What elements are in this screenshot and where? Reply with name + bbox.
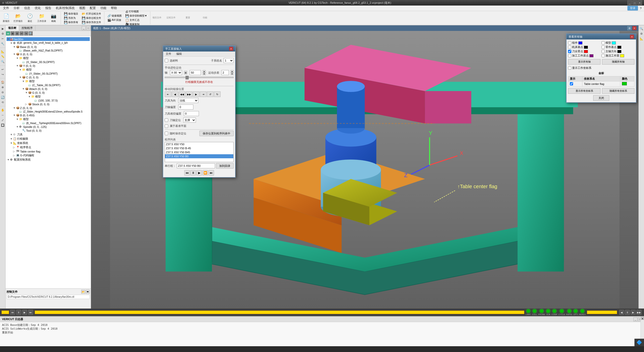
program-entry-3[interactable]: Z37.5 X50 Y50 B0 (165, 154, 233, 158)
menu-report[interactable]: 报告 (43, 6, 53, 11)
secondary-progress-bar[interactable] (587, 311, 617, 314)
login-button[interactable]: 登录 (627, 6, 638, 11)
play-button[interactable]: ▶ (22, 310, 27, 315)
save-process-as-button[interactable]: 💾 保存另存文件 (81, 20, 102, 24)
axes-close-button[interactable]: × (630, 35, 634, 39)
hide-all-axes-button[interactable]: 随藏所有轴 (602, 59, 634, 65)
tree-node-x[interactable]: ▼ 📦 X (0, 0, 0) (7, 52, 90, 56)
tree-node-g[interactable]: ▼ 📦 G (0, 0, 0) (7, 91, 90, 94)
expand-icon[interactable]: ▼ (7, 38, 10, 40)
tree-node-root[interactable]: ▼ 🏭 fan30m (7, 37, 90, 41)
tab-project-tree[interactable]: 项目树 (6, 25, 19, 31)
control-file-btn2[interactable]: ✏ (86, 290, 90, 294)
hide-all-coord-button[interactable]: 随藏所有坐标系 (602, 88, 634, 94)
distance-down[interactable]: ▼ (203, 73, 206, 75)
sidebar-icon-16[interactable]: ↔ (1, 113, 5, 117)
panel-minimize-button[interactable]: _ (82, 26, 86, 30)
save-process-button[interactable]: 💾 保存过程文件 (81, 16, 102, 20)
sidebar-icon-1[interactable]: ▶ (1, 26, 5, 31)
file-summary-button[interactable]: 📋 文件汇总 (124, 18, 148, 22)
tree-node-gcode[interactable]: ▷ 💻 G-代码编程 (7, 153, 90, 158)
menu-file[interactable]: 文件 (1, 6, 11, 11)
cb-machine-base[interactable] (568, 45, 571, 49)
tree-node-coord[interactable]: ▼ 📐 坐标系统 (7, 141, 90, 145)
right-icon-2[interactable]: ⚙ (639, 31, 644, 36)
tool-dir-select[interactable]: 法线 (178, 98, 198, 103)
tree-node-attach[interactable]: ▼ 📦 Attach (0, 0, 0) (7, 87, 90, 91)
menu-optimize[interactable]: 优化 (33, 6, 43, 11)
right-btn-3[interactable]: ▶ (631, 310, 636, 315)
tree-icon-4[interactable]: ↩ (20, 31, 24, 35)
nav-last[interactable]: ⏭ (208, 170, 214, 176)
tree-node-base-sldprt[interactable]: ▷ 🗂 (Base_with_X&Z_Rail.SLDPRT) (7, 49, 90, 52)
right-btn-4[interactable]: ▶▶ (636, 310, 641, 315)
steps-up[interactable]: ▲ (231, 70, 234, 73)
play-pause-button[interactable]: ⏸ (16, 310, 21, 315)
tree-node-prog-zero[interactable]: ▷ 📍 程序零点 (7, 145, 90, 149)
axis-btn-2[interactable]: ◀ (172, 91, 178, 97)
tab-control-program[interactable]: 控制程序 (19, 25, 35, 31)
tree-node-b-head[interactable]: ▷ 🗂 (B_Head__TipHeight300Extend300mm.SLD… (7, 121, 90, 125)
tree-node-cutters[interactable]: ▼ ⚙ 刀具 (7, 132, 90, 137)
load-material-checkbox[interactable] (165, 59, 168, 62)
tree-node-x-slider[interactable]: ▷ 🗂 (X_Slider_00.SLDPRT) (7, 60, 90, 64)
sidebar-icon-17[interactable]: ⤢ (1, 118, 5, 122)
open-process-button[interactable]: 📂 打开过程文件 (81, 12, 102, 16)
tree-node-z[interactable]: ▼ 📦 Z (0, 0, 0) (7, 106, 90, 110)
menu-machine[interactable]: 机床/控制系统 (54, 6, 77, 11)
cb-component[interactable] (568, 41, 571, 44)
close-button[interactable]: × (637, 1, 642, 5)
right-icon-3[interactable]: 📐 (639, 36, 644, 41)
sidebar-icon-6[interactable]: 📏 (1, 54, 5, 59)
tree-node-y-slider[interactable]: ▷ 🗂 (Y_Slider_00.SLDPRT) (7, 72, 90, 75)
cb-wcs[interactable] (568, 54, 571, 57)
viewport-close-icon[interactable]: × (632, 26, 636, 30)
panel-maximize-button[interactable]: □ (86, 26, 90, 30)
play-first-button[interactable]: ⏮ (10, 310, 15, 315)
distance-input[interactable] (190, 70, 201, 75)
avi-button[interactable]: 🎬 AVI 回放 (106, 18, 123, 22)
tree-node-c[interactable]: ▼ 📦 C (0, 0, 0) (7, 75, 90, 79)
tree-node-processes[interactable]: ▼ 📋 行程极限 (7, 137, 90, 141)
axis-btn-1[interactable]: ⇤ (165, 91, 171, 97)
cb-work-coord[interactable] (568, 66, 571, 70)
tree-node-c-table[interactable]: ▷ 🗂 (C_Table_00.SLDPRT) (7, 83, 90, 87)
connect-view-button[interactable]: 🔗 链接视图 (106, 14, 123, 18)
save-all-button[interactable]: 💾 保存所有 (63, 20, 79, 24)
tree-icon-1[interactable]: ⊕ (6, 31, 10, 35)
tree-node-model-x[interactable]: ▼ 📁 模型 (7, 56, 90, 60)
steps-input[interactable] (221, 70, 229, 75)
axis-btn-8[interactable]: ↻ (214, 91, 221, 97)
minimize-button[interactable]: _ (627, 1, 632, 5)
tree-icon-6[interactable]: 🔍 (29, 31, 33, 35)
single-program-input[interactable] (177, 163, 215, 168)
print-view-button[interactable]: 🖨 打印视图 (124, 10, 148, 14)
axis-btn-6[interactable]: ⇥ (200, 91, 206, 97)
axis-btn-7[interactable]: ↺ (207, 91, 213, 97)
axis-btn-4[interactable]: ▶▶ (186, 91, 192, 97)
show-all-coord-button[interactable]: 显示所有坐标系 (568, 88, 600, 94)
cb-active-work[interactable] (602, 54, 605, 57)
sidebar-icon-11[interactable]: ⊕ (1, 85, 5, 89)
distance-up[interactable]: ▲ (203, 70, 206, 73)
nav-next[interactable]: ⏩ (202, 170, 208, 176)
menu-function[interactable]: 功能 (98, 6, 108, 11)
add-to-list-button[interactable]: 加到回录 (216, 163, 234, 169)
slider-thumb[interactable] (186, 76, 189, 79)
nav-prev[interactable]: ⏸ (190, 170, 196, 176)
main-progress-bar[interactable] (35, 311, 524, 314)
control-file-btn1[interactable]: 📂 (81, 290, 85, 294)
menu-view[interactable]: 视图 (77, 6, 87, 11)
capture-button[interactable]: 📷 截截 (49, 12, 59, 24)
nav-play[interactable]: ▶ (196, 170, 202, 176)
steps-down[interactable]: ▼ (231, 73, 234, 75)
save-project-button[interactable]: 💾 保存项目 (63, 12, 79, 16)
sidebar-icon-3[interactable]: ✂ (1, 36, 5, 41)
sidebar-icon-9[interactable]: ↪ (1, 72, 5, 77)
random-save-checkbox[interactable] (165, 132, 168, 135)
lock-select[interactable]: 支撑 (183, 118, 196, 123)
sidebar-icon-10[interactable]: 🏠 (1, 80, 5, 84)
tree-node-z-slider[interactable]: ▷ 🗂 (Z_Slider_Height300Extend210mm_witho… (7, 110, 90, 113)
sidebar-icon-2[interactable]: ⚙ (1, 31, 5, 36)
sidebar-icon-8[interactable]: ↩ (1, 67, 5, 72)
